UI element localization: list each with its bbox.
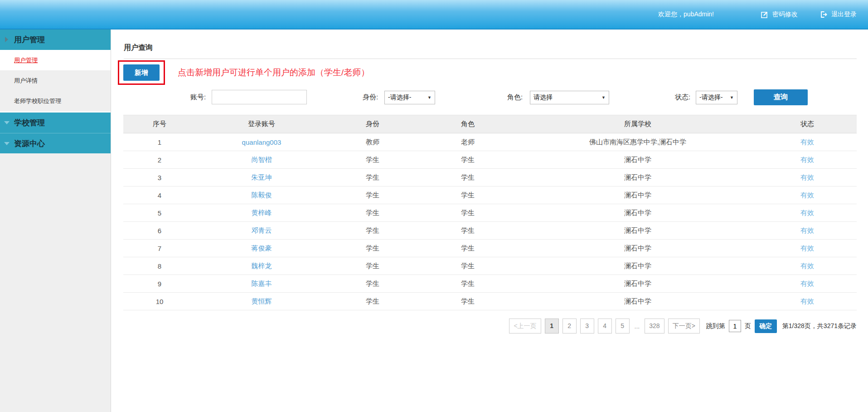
cell: 澜石中学 [518,222,758,240]
status-link[interactable]: 有效 [800,244,814,252]
role-select[interactable]: 请选择 ▼ [530,91,609,104]
sidebar-item-teacher-school-position[interactable]: 老师学校职位管理 [0,91,111,111]
page-button[interactable]: 2 [563,319,577,334]
cell: 学生 [327,186,418,204]
logout-icon [820,10,828,19]
cell: 学生 [418,151,518,169]
sidebar-section-school-management[interactable]: 学校管理 [0,113,111,133]
cell: 学生 [327,222,418,240]
status-link[interactable]: 有效 [800,173,814,181]
login-account-link[interactable]: 魏梓龙 [252,262,272,270]
cell-login-account: quanlang003 [196,133,327,151]
login-account-link[interactable]: 邓青云 [252,226,272,234]
cell: 10 [123,293,196,310]
status-link[interactable]: 有效 [800,226,814,234]
login-account-link[interactable]: 陈嘉丰 [252,280,272,287]
login-account-link[interactable]: 朱亚坤 [252,173,272,181]
table-row: 10黄恒辉学生学生澜石中学有效 [123,293,857,310]
cell: 学生 [418,204,518,222]
topbar: 欢迎您，pubAdmin! 密码修改 退出登录 [0,0,868,29]
cell: 3 [123,169,196,186]
cell: 2 [123,151,196,169]
cell: 澜石中学 [518,275,758,293]
change-password-button[interactable]: 密码修改 [761,10,798,19]
pagination: <上一页 12345 ... 328 下一页> 跳到第 页 确定 第1/328页… [111,319,857,334]
cell: 教师 [327,133,418,151]
select-caret-icon: ▼ [427,95,432,100]
table-header: 序号 登录账号 身份 角色 所属学校 状态 [123,115,857,133]
sidebar-item-user-management[interactable]: 用户管理 [0,50,111,70]
header-status: 状态 [758,115,857,133]
login-account-link[interactable]: 蒋俊豪 [252,244,272,252]
status-link[interactable]: 有效 [800,191,814,199]
status-select[interactable]: -请选择- ▼ [696,91,737,104]
page-button[interactable]: 3 [580,319,594,334]
cell: 澜石中学 [518,169,758,186]
select-caret-icon: ▼ [601,95,606,100]
jump-page-input[interactable] [729,320,741,332]
search-button[interactable]: 查询 [754,89,808,105]
cell-status: 有效 [758,151,857,169]
sidebar-section-resource-center[interactable]: 资源中心 [0,133,111,153]
user-table-body: 1quanlang003教师老师佛山市南海区惠学中学,澜石中学有效2尚智楷学生学… [123,133,857,310]
identity-select[interactable]: -请选择- ▼ [384,91,435,104]
login-account-link[interactable]: 黄恒辉 [252,297,272,305]
change-password-label: 密码修改 [772,10,798,19]
status-link[interactable]: 有效 [800,209,814,216]
status-link[interactable]: 有效 [800,138,814,146]
identity-select-value: -请选择- [388,93,411,102]
main-content: 用户查询 新增 点击新增用户可进行单个用户的添加（学生/老师） 账号: 身份: … [111,29,868,412]
cell-login-account: 黄恒辉 [196,293,327,310]
status-link[interactable]: 有效 [800,297,814,305]
cell-status: 有效 [758,240,857,257]
cell: 澜石中学 [518,204,758,222]
cell-status: 有效 [758,186,857,204]
jump-label-after: 页 [745,322,751,330]
prev-page-button[interactable]: <上一页 [509,319,541,334]
header-login-account: 登录账号 [196,115,327,133]
status-link[interactable]: 有效 [800,262,814,270]
cell: 老师 [418,133,518,151]
next-page-button[interactable]: 下一页> [668,319,700,334]
logout-label: 退出登录 [831,10,857,19]
cell: 学生 [418,169,518,186]
logout-button[interactable]: 退出登录 [820,10,857,19]
login-account-link[interactable]: quanlang003 [242,138,281,146]
status-link[interactable]: 有效 [800,156,814,163]
welcome-text: 欢迎您，pubAdmin! [658,10,714,19]
login-account-link[interactable]: 黄梓峰 [252,209,272,216]
table-row: 1quanlang003教师老师佛山市南海区惠学中学,澜石中学有效 [123,133,857,151]
pagination-ellipsis: ... [633,323,641,330]
cell: 学生 [327,169,418,186]
cell-login-account: 陈嘉丰 [196,275,327,293]
sidebar-item-user-detail[interactable]: 用户详情 [0,70,111,91]
jump-label-before: 跳到第 [706,322,725,330]
table-row: 4陈毅俊学生学生澜石中学有效 [123,186,857,204]
cell: 8 [123,257,196,275]
header-index: 序号 [123,115,196,133]
role-label: 角色: [507,89,523,105]
login-account-link[interactable]: 陈毅俊 [252,191,272,199]
cell: 学生 [418,186,518,204]
table-row: 3朱亚坤学生学生澜石中学有效 [123,169,857,186]
cell: 学生 [327,204,418,222]
page-button[interactable]: 5 [616,319,630,334]
add-user-button[interactable]: 新增 [123,64,160,81]
sidebar-section-label: 资源中心 [14,139,45,148]
chevron-right-icon [5,37,8,42]
last-page-button[interactable]: 328 [645,319,664,334]
cell: 澜石中学 [518,257,758,275]
status-link[interactable]: 有效 [800,280,814,287]
sidebar-section-user-management[interactable]: 用户管理 [0,29,111,50]
login-account-link[interactable]: 尚智楷 [252,156,272,163]
cell: 澜石中学 [518,240,758,257]
cell-login-account: 尚智楷 [196,151,327,169]
confirm-jump-button[interactable]: 确定 [755,319,777,333]
sidebar: 用户管理 用户管理 用户详情 老师学校职位管理 学校管理 资源中心 [0,29,111,412]
page-buttons: 12345 [545,319,630,334]
page-button[interactable]: 1 [545,319,559,334]
cell: 学生 [327,275,418,293]
page-button[interactable]: 4 [598,319,612,334]
cell: 学生 [418,293,518,310]
account-input[interactable] [212,90,307,104]
